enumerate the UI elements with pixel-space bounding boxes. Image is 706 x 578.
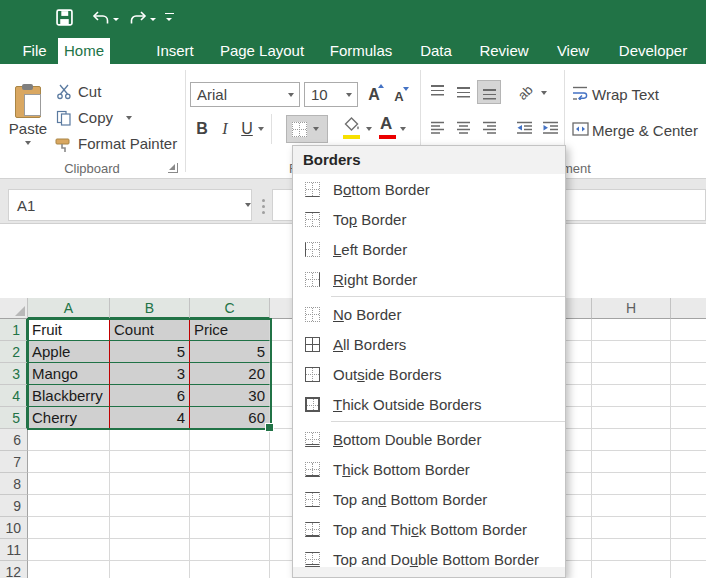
cell-A1[interactable]: Fruit <box>28 319 110 341</box>
paste-dropdown-caret[interactable] <box>25 141 31 145</box>
tab-file[interactable]: File <box>14 38 55 64</box>
column-header-B[interactable]: B <box>110 298 190 319</box>
align-center-button[interactable] <box>451 116 475 140</box>
cell-H8[interactable] <box>592 473 671 495</box>
row-header-2[interactable]: 2 <box>0 341 28 363</box>
column-header-C[interactable]: C <box>190 298 270 319</box>
cell-B5[interactable]: 4 <box>110 407 190 429</box>
cell-A6[interactable] <box>28 429 110 451</box>
cell-H3[interactable] <box>592 363 671 385</box>
row-header-9[interactable]: 9 <box>0 495 28 517</box>
copy-label[interactable]: Copy <box>78 109 113 126</box>
tab-insert[interactable]: Insert <box>145 38 205 64</box>
menu-item-top-border[interactable]: Top Border <box>293 204 565 234</box>
cell-C5[interactable]: 60 <box>190 407 270 429</box>
cell-C3[interactable]: 20 <box>190 363 270 385</box>
cell-C9[interactable] <box>190 495 270 517</box>
cell-A10[interactable] <box>28 517 110 539</box>
cell-C12[interactable] <box>190 561 270 578</box>
wrap-text-label[interactable]: Wrap Text <box>592 86 659 103</box>
customize-qat-caret[interactable] <box>166 18 172 21</box>
menu-item-top-and-thick-bottom-border[interactable]: Top and Thick Bottom Border <box>293 514 565 544</box>
cell-H2[interactable] <box>592 341 671 363</box>
increase-indent-button[interactable] <box>538 116 562 140</box>
cell-H7[interactable] <box>592 451 671 473</box>
undo-icon[interactable] <box>92 11 110 26</box>
cell-A12[interactable] <box>28 561 110 578</box>
align-right-button[interactable] <box>477 116 501 140</box>
fill-color-caret[interactable] <box>366 127 372 131</box>
bottom-align-button[interactable] <box>477 80 501 104</box>
wrap-text-icon[interactable] <box>572 86 588 100</box>
row-header-11[interactable]: 11 <box>0 539 28 561</box>
cell-I5[interactable] <box>671 407 706 429</box>
cell-C2[interactable]: 5 <box>190 341 270 363</box>
merge-center-icon[interactable] <box>572 122 589 136</box>
cell-I2[interactable] <box>671 341 706 363</box>
menu-item-outside-borders[interactable]: Outside Borders <box>293 359 565 389</box>
cell-A4[interactable]: Blackberry <box>28 385 110 407</box>
menu-item-thick-outside-borders[interactable]: Thick Outside Borders <box>293 389 565 419</box>
bold-button[interactable]: B <box>192 116 212 142</box>
font-size-caret[interactable] <box>346 93 352 97</box>
cell-B9[interactable] <box>110 495 190 517</box>
save-icon[interactable] <box>56 9 73 26</box>
increase-font-size-button[interactable]: A <box>363 84 385 106</box>
cell-C4[interactable]: 30 <box>190 385 270 407</box>
cell-A7[interactable] <box>28 451 110 473</box>
cell-I11[interactable] <box>671 539 706 561</box>
cell-I10[interactable] <box>671 517 706 539</box>
cell-H12[interactable] <box>592 561 671 578</box>
decrease-indent-button[interactable] <box>512 116 536 140</box>
menu-item-thick-bottom-border[interactable]: Thick Bottom Border <box>293 454 565 484</box>
cell-A5[interactable]: Cherry <box>28 407 110 429</box>
cell-I6[interactable] <box>671 429 706 451</box>
font-size-combo[interactable]: 10 <box>304 82 358 107</box>
italic-button[interactable]: I <box>216 116 234 142</box>
tab-review[interactable]: Review <box>472 38 536 64</box>
menu-item-left-border[interactable]: Left Border <box>293 234 565 264</box>
cell-I1[interactable] <box>671 319 706 341</box>
cell-B1[interactable]: Count <box>110 319 190 341</box>
tab-developer[interactable]: Developer <box>609 38 697 64</box>
cell-I12[interactable] <box>671 561 706 578</box>
row-header-5[interactable]: 5 <box>0 407 28 429</box>
fill-color-icon[interactable] <box>343 117 361 132</box>
menu-item-all-borders[interactable]: All Borders <box>293 329 565 359</box>
cut-label[interactable]: Cut <box>78 83 101 100</box>
cell-B12[interactable] <box>110 561 190 578</box>
orientation-caret[interactable] <box>541 91 547 95</box>
decrease-font-size-button[interactable]: A <box>389 86 409 106</box>
cell-A11[interactable] <box>28 539 110 561</box>
cell-B10[interactable] <box>110 517 190 539</box>
cell-B11[interactable] <box>110 539 190 561</box>
cell-C7[interactable] <box>190 451 270 473</box>
column-header-A[interactable]: A <box>28 298 110 319</box>
merge-center-label[interactable]: Merge & Center <box>592 122 698 139</box>
cell-I9[interactable] <box>671 495 706 517</box>
row-header-7[interactable]: 7 <box>0 451 28 473</box>
cell-A9[interactable] <box>28 495 110 517</box>
name-box-caret[interactable] <box>245 203 251 207</box>
cell-H10[interactable] <box>592 517 671 539</box>
customize-qat-icon[interactable] <box>165 13 174 14</box>
cell-C11[interactable] <box>190 539 270 561</box>
top-align-button[interactable] <box>425 80 449 104</box>
menu-item-bottom-double-border[interactable]: Bottom Double Border <box>293 424 565 454</box>
copy-icon[interactable] <box>56 110 72 126</box>
tab-data[interactable]: Data <box>410 38 462 64</box>
font-color-caret[interactable] <box>400 127 406 131</box>
cell-B2[interactable]: 5 <box>110 341 190 363</box>
row-header-3[interactable]: 3 <box>0 363 28 385</box>
column-header-I[interactable]: I <box>671 298 706 319</box>
cell-C10[interactable] <box>190 517 270 539</box>
cell-H1[interactable] <box>592 319 671 341</box>
redo-icon[interactable] <box>129 11 147 26</box>
borders-button[interactable] <box>286 115 328 143</box>
orientation-button[interactable]: ab <box>512 80 538 104</box>
menu-item-right-border[interactable]: Right Border <box>293 264 565 294</box>
cell-I3[interactable] <box>671 363 706 385</box>
redo-dropdown-caret[interactable] <box>150 18 156 21</box>
cell-A8[interactable] <box>28 473 110 495</box>
underline-dropdown-caret[interactable] <box>258 127 264 131</box>
